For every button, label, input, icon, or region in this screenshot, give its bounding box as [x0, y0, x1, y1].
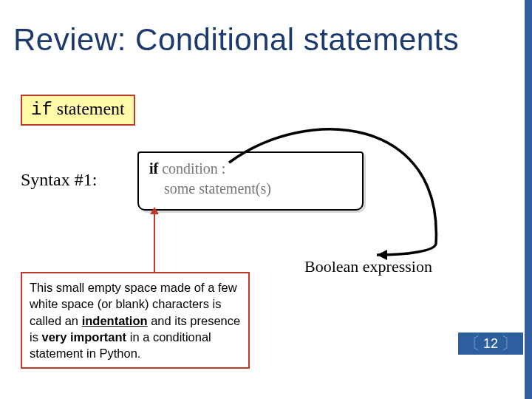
page-number-badge: 〔 12 〕 — [458, 332, 523, 355]
syntax-label: Syntax #1: — [21, 170, 97, 190]
code-block: if condition : some statement(s) — [137, 151, 364, 211]
code-if-keyword: if — [149, 160, 158, 177]
indentation-arrow — [154, 208, 155, 272]
bracket-right-icon: 〕 — [501, 335, 517, 352]
callout-very-important: very important — [42, 330, 127, 344]
bracket-left-icon: 〔 — [464, 335, 480, 352]
indentation-callout: This small empty space made of a few whi… — [21, 272, 250, 369]
callout-indentation-word: indentation — [82, 314, 148, 327]
code-condition: condition : — [158, 160, 225, 177]
code-body: some statement(s) — [164, 180, 271, 197]
right-accent-band — [525, 0, 532, 399]
if-keyword: if — [31, 100, 52, 120]
slide-title: Review: Conditional statements — [13, 22, 459, 58]
code-line-1: if condition : — [149, 159, 352, 179]
boolean-expression-label: Boolean expression — [304, 257, 432, 276]
if-statement-text: statement — [52, 99, 125, 118]
if-statement-highlight: if statement — [21, 95, 135, 126]
code-indent — [149, 180, 164, 197]
code-line-2: some statement(s) — [149, 179, 352, 199]
page-number: 12 — [483, 336, 498, 352]
